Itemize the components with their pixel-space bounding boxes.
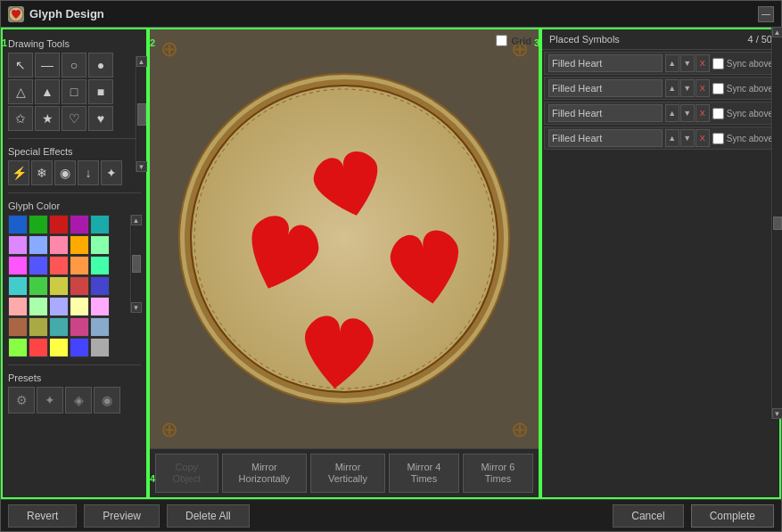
color-cell-9[interactable] (90, 235, 110, 255)
color-cell-20[interactable] (8, 297, 28, 316)
color-cell-6[interactable] (29, 235, 48, 255)
color-cell-0[interactable] (8, 215, 28, 234)
color-scroll-thumb[interactable] (132, 255, 141, 273)
color-cell-10[interactable] (8, 256, 28, 275)
delete-all-button[interactable]: Delete All (167, 504, 250, 528)
square-outline-tool[interactable]: □ (62, 79, 86, 104)
color-cell-28[interactable] (70, 317, 89, 337)
circle-outline-tool[interactable]: ○ (62, 53, 86, 78)
color-cell-1[interactable] (29, 215, 48, 234)
color-cell-25[interactable] (8, 317, 28, 337)
color-cell-22[interactable] (49, 297, 69, 316)
mirror-horizontally-button[interactable]: Mirror Horizontally (222, 454, 308, 493)
color-cell-15[interactable] (8, 276, 28, 296)
sync-checkbox-4[interactable] (712, 133, 724, 144)
grid-label[interactable]: Grid (511, 36, 531, 46)
sync-checkbox-3[interactable] (712, 108, 724, 119)
sparkle-effect[interactable]: ✦ (101, 160, 122, 185)
color-scroll-down[interactable]: ▼ (131, 302, 142, 313)
preset-3-btn[interactable]: ◈ (65, 387, 92, 413)
lightning-effect[interactable]: ⚡ (8, 160, 29, 185)
revert-button[interactable]: Revert (8, 504, 77, 528)
color-cell-33[interactable] (70, 338, 89, 357)
color-scroll-up[interactable]: ▲ (131, 215, 142, 225)
heart-outline-tool[interactable]: ♡ (62, 106, 86, 131)
preset-2-btn[interactable]: ✦ (37, 387, 63, 413)
color-cell-13[interactable] (70, 256, 89, 275)
grid-checkbox[interactable] (496, 35, 507, 46)
color-cell-30[interactable] (8, 338, 28, 357)
preset-1-btn[interactable]: ⚙ (8, 387, 35, 413)
mirror-6-times-button[interactable]: Mirror 6 Times (463, 454, 533, 493)
symbol-delete-btn-2[interactable]: X (696, 79, 710, 97)
heart-filled-tool[interactable]: ♥ (88, 106, 113, 131)
symbol-up-btn-2[interactable]: ▲ (665, 79, 679, 97)
canvas-svg[interactable] (175, 70, 514, 408)
sync-checkbox-2[interactable] (712, 83, 724, 94)
color-cell-4[interactable] (90, 215, 110, 234)
symbol-delete-btn-1[interactable]: X (696, 54, 710, 72)
square-filled-tool[interactable]: ■ (88, 79, 113, 104)
color-cell-19[interactable] (90, 276, 110, 296)
canvas-area[interactable]: Grid ⊕ ⊕ ⊕ ⊕ (150, 29, 539, 448)
color-cell-5[interactable] (8, 235, 28, 255)
cancel-button[interactable]: Cancel (613, 504, 683, 528)
color-cell-21[interactable] (29, 297, 48, 316)
scroll-up-arrow[interactable]: ▲ (136, 56, 147, 67)
snowflake-effect[interactable]: ❄ (31, 160, 53, 185)
color-cell-14[interactable] (90, 256, 110, 275)
color-cell-32[interactable] (49, 338, 69, 357)
triangle-outline-tool[interactable]: △ (8, 79, 33, 104)
color-cell-17[interactable] (49, 276, 69, 296)
symbol-up-btn-1[interactable]: ▲ (665, 54, 679, 72)
symbol-delete-btn-3[interactable]: X (696, 104, 710, 122)
star-filled-tool[interactable]: ★ (35, 106, 60, 131)
color-cell-34[interactable] (90, 338, 110, 357)
minimize-button[interactable]: — (758, 6, 774, 22)
color-cell-2[interactable] (49, 215, 69, 234)
color-cell-29[interactable] (90, 317, 110, 337)
color-cell-23[interactable] (70, 297, 89, 316)
line-tool[interactable]: — (35, 53, 60, 78)
color-cell-12[interactable] (49, 256, 69, 275)
symbol-up-btn-4[interactable]: ▲ (665, 129, 679, 147)
copy-object-button[interactable]: Copy Object (155, 454, 218, 493)
circle-filled-tool[interactable]: ● (88, 53, 113, 78)
symbol-delete-btn-4[interactable]: X (696, 129, 710, 147)
right-scroll-up[interactable]: ▲ (772, 28, 782, 37)
color-cell-16[interactable] (29, 276, 48, 296)
complete-button[interactable]: Complete (691, 504, 774, 528)
color-cell-27[interactable] (49, 317, 69, 337)
preview-button[interactable]: Preview (84, 504, 160, 528)
color-cell-7[interactable] (49, 235, 69, 255)
color-cell-31[interactable] (29, 338, 48, 357)
symbol-down-btn-4[interactable]: ▼ (680, 129, 695, 147)
scroll-thumb-tools[interactable] (137, 103, 146, 126)
symbol-down-btn-1[interactable]: ▼ (680, 54, 695, 72)
right-scroll-thumb[interactable] (773, 217, 782, 230)
color-cell-8[interactable] (70, 235, 89, 255)
tools-scrollbar[interactable]: ▲ ▼ (136, 56, 146, 172)
swirl-effect[interactable]: ◉ (54, 160, 76, 185)
right-panel-scrollbar[interactable]: ▲ ▼ (771, 28, 781, 419)
color-scrollbar[interactable]: ▲ ▼ (130, 215, 141, 313)
symbol-name-4: Filled Heart (548, 129, 663, 147)
symbol-down-btn-3[interactable]: ▼ (680, 104, 695, 122)
color-cell-11[interactable] (29, 256, 48, 275)
cursor-tool[interactable]: ↖ (8, 53, 33, 78)
color-cell-18[interactable] (70, 276, 89, 296)
color-cell-24[interactable] (90, 297, 110, 316)
triangle-filled-tool[interactable]: ▲ (35, 79, 60, 104)
color-cell-26[interactable] (29, 317, 48, 337)
color-cell-3[interactable] (70, 215, 89, 234)
symbol-down-btn-2[interactable]: ▼ (680, 79, 695, 97)
arrow-effect[interactable]: ↓ (78, 160, 99, 185)
symbol-up-btn-3[interactable]: ▲ (665, 104, 679, 122)
right-scroll-down[interactable]: ▼ (772, 408, 782, 419)
preset-4-btn[interactable]: ◉ (94, 387, 120, 413)
sync-checkbox-1[interactable] (712, 58, 724, 70)
star-outline-tool[interactable]: ✩ (8, 106, 33, 131)
scroll-down-arrow[interactable]: ▼ (136, 161, 147, 172)
mirror-4-times-button[interactable]: Mirror 4 Times (389, 454, 459, 493)
mirror-vertically-button[interactable]: Mirror Vertically (310, 454, 385, 493)
